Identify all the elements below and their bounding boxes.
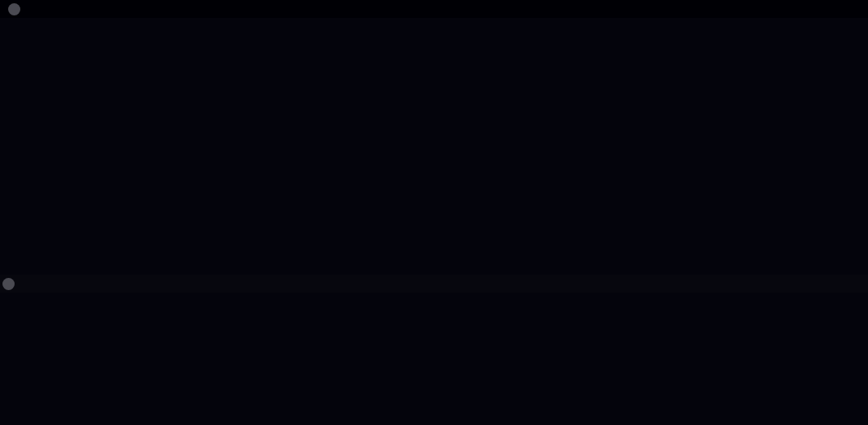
trading-app-window	[0, 0, 868, 425]
macd-panel-header	[0, 275, 868, 293]
collapse-panel2-icon[interactable]	[2, 278, 15, 290]
collapse-panel-icon[interactable]	[8, 3, 20, 15]
price-panel-header	[0, 0, 868, 18]
price-and-macd-chart-canvas[interactable]	[0, 0, 868, 425]
